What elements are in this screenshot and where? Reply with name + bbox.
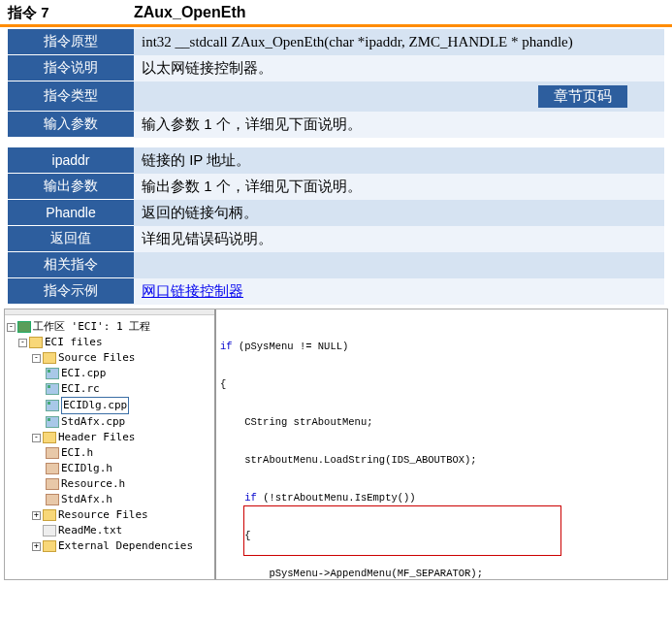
cpp-file-icon: [46, 416, 59, 428]
command-header: 指令 7 ZAux_OpenEth: [0, 0, 672, 27]
spec-table-2: ipaddr 链接的 IP 地址。 输出参数 输出参数 1 个，详细见下面说明。…: [8, 147, 664, 305]
project-tree-pane: -工作区 'ECI': 1 工程 -ECI files -Source File…: [5, 309, 216, 579]
collapse-icon[interactable]: -: [18, 339, 27, 347]
tree-folder-external[interactable]: +External Dependencies: [7, 538, 212, 554]
input-label: 输入参数: [8, 112, 134, 138]
return-label: 返回值: [8, 226, 134, 252]
example-label: 指令示例: [8, 278, 134, 305]
related-value: [134, 252, 664, 278]
project-icon: [29, 337, 43, 348]
txt-file-icon: [43, 525, 56, 537]
tree-file[interactable]: ECI.rc: [7, 381, 212, 397]
input-value: 输入参数 1 个，详细见下面说明。: [134, 112, 664, 138]
tree-file[interactable]: ECI.cpp: [7, 366, 212, 381]
tree-file[interactable]: StdAfx.cpp: [7, 414, 212, 430]
command-number: 指令 7: [8, 4, 134, 22]
ide-panel: -工作区 'ECI': 1 工程 -ECI files -Source File…: [4, 309, 668, 580]
collapse-icon[interactable]: -: [32, 354, 41, 363]
ipaddr-value: 链接的 IP 地址。: [134, 147, 664, 174]
example-value: 网口链接控制器: [134, 278, 664, 305]
related-label: 相关指令: [8, 252, 134, 278]
tree-project[interactable]: -ECI files: [7, 335, 212, 350]
tree-file[interactable]: ECI.h: [7, 445, 212, 461]
expand-icon[interactable]: +: [32, 542, 41, 551]
desc-value: 以太网链接控制器。: [134, 55, 664, 81]
tree-folder-source[interactable]: -Source Files: [7, 350, 212, 366]
folder-icon: [43, 509, 56, 521]
proto-label: 指令原型: [8, 29, 134, 55]
tree-folder-resource[interactable]: +Resource Files: [7, 507, 212, 523]
output-value: 输出参数 1 个，详细见下面说明。: [134, 174, 664, 200]
output-label: 输出参数: [8, 174, 134, 200]
tree-file[interactable]: Resource.h: [7, 476, 212, 492]
phandle-value: 返回的链接句柄。: [134, 200, 664, 226]
desc-label: 指令说明: [8, 55, 134, 81]
chapter-page-badge[interactable]: 章节页码: [538, 85, 627, 108]
code-editor[interactable]: if (pSysMenu != NULL) { CString strAbout…: [216, 309, 667, 579]
h-file-icon: [46, 478, 59, 490]
folder-icon: [43, 352, 56, 364]
rc-file-icon: [46, 383, 59, 395]
collapse-icon[interactable]: -: [7, 323, 16, 332]
phandle-label: Phandle: [8, 200, 134, 226]
folder-icon: [43, 432, 56, 443]
h-file-icon: [46, 447, 59, 459]
tree-workspace[interactable]: -工作区 'ECI': 1 工程: [7, 319, 212, 335]
spec-table-1: 指令原型 int32 __stdcall ZAux_OpenEth(char *…: [8, 29, 664, 138]
cpp-file-icon: [46, 400, 59, 411]
tree-content: -工作区 'ECI': 1 工程 -ECI files -Source File…: [5, 315, 214, 558]
type-label: 指令类型: [8, 81, 134, 112]
command-name: ZAux_OpenEth: [134, 4, 246, 21]
type-value: 章节页码: [134, 81, 664, 112]
tree-file[interactable]: ReadMe.txt: [7, 523, 212, 538]
proto-value: int32 __stdcall ZAux_OpenEth(char *ipadd…: [134, 29, 664, 55]
h-file-icon: [46, 494, 59, 505]
collapse-icon[interactable]: -: [32, 434, 41, 442]
example-link[interactable]: 网口链接控制器: [142, 282, 243, 299]
ipaddr-label: ipaddr: [8, 147, 134, 174]
tree-folder-header[interactable]: -Header Files: [7, 430, 212, 445]
return-value: 详细见错误码说明。: [134, 226, 664, 252]
tree-file[interactable]: ECIDlg.h: [7, 461, 212, 476]
folder-icon: [43, 540, 56, 552]
workspace-icon: [17, 321, 31, 333]
h-file-icon: [46, 463, 59, 474]
tree-file-selected[interactable]: ECIDlg.cpp: [7, 397, 212, 414]
tree-file[interactable]: StdAfx.h: [7, 492, 212, 507]
expand-icon[interactable]: +: [32, 511, 41, 520]
cpp-file-icon: [46, 368, 59, 379]
